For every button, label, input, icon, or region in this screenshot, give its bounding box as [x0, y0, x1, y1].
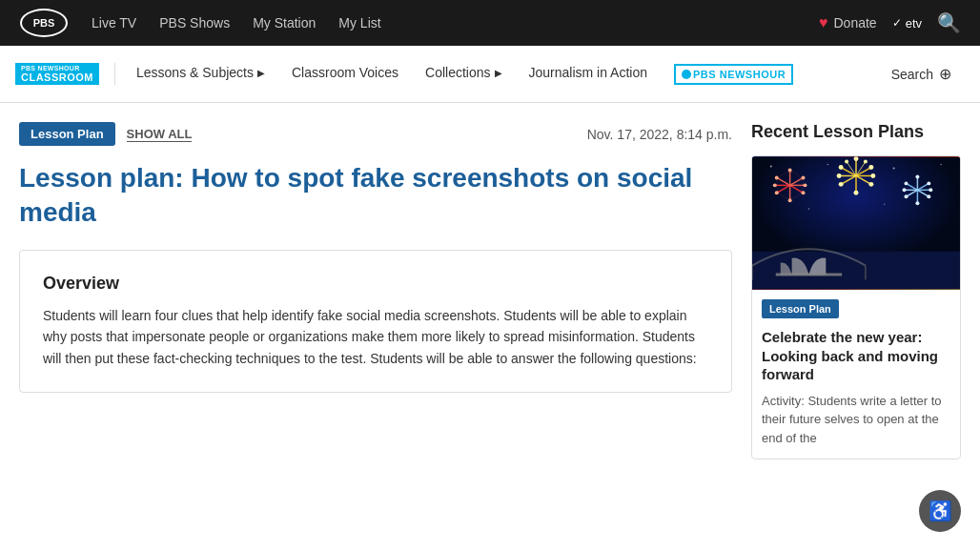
logo-line2: CLASSROOM	[21, 71, 93, 83]
svg-point-29	[854, 156, 859, 161]
top-navigation: PBS Live TV PBS Shows My Station My List…	[0, 0, 980, 46]
etv-logo[interactable]: ✓ etv	[892, 16, 922, 31]
my-station-link[interactable]: My Station	[253, 15, 316, 31]
svg-point-47	[915, 174, 919, 178]
svg-point-12	[802, 175, 806, 179]
svg-point-52	[905, 194, 909, 198]
journalism-in-action-label: Journalism in Action	[529, 65, 648, 80]
etv-checkmark-icon: ✓	[892, 16, 902, 30]
svg-point-15	[775, 191, 779, 194]
svg-rect-57	[776, 274, 842, 276]
article-title: Lesson plan: How to spot fake screenshot…	[19, 161, 732, 231]
pbs-shows-link[interactable]: PBS Shows	[159, 15, 230, 31]
newshour-badge-label: PBS NEWSHOUR	[693, 69, 786, 80]
svg-point-58	[770, 166, 772, 168]
svg-point-37	[864, 160, 868, 164]
my-list-link[interactable]: My List	[338, 15, 380, 31]
overview-card: Overview Students will learn four clues …	[19, 250, 732, 393]
sidebar: Recent Lesson Plans	[751, 122, 961, 459]
svg-point-54	[905, 181, 909, 185]
svg-point-61	[940, 164, 942, 166]
main-content: Lesson Plan SHOW ALL Nov. 17, 2022, 8:14…	[0, 103, 980, 459]
logo-line1: PBS NEWSHOUR	[21, 65, 93, 71]
lessons-subjects-nav[interactable]: Lessons & Subjects ▶	[123, 46, 278, 103]
svg-point-36	[839, 165, 844, 170]
overview-title: Overview	[43, 274, 708, 294]
classroom-logo[interactable]: PBS NEWSHOUR CLASSROOM	[15, 63, 115, 85]
search-label: Search	[891, 67, 933, 82]
journalism-in-action-nav[interactable]: Journalism in Action	[516, 46, 662, 103]
search-nav[interactable]: Search ⊕	[878, 65, 965, 83]
lesson-plan-badge: Lesson Plan	[19, 122, 115, 146]
svg-point-50	[927, 194, 930, 198]
svg-point-62	[808, 208, 810, 210]
classroom-voices-label: Classroom Voices	[292, 65, 398, 80]
lessons-subjects-label: Lessons & Subjects	[136, 65, 254, 80]
svg-point-13	[802, 191, 806, 194]
svg-point-11	[788, 169, 792, 173]
svg-point-34	[839, 182, 844, 187]
svg-point-49	[929, 188, 932, 192]
article-header: Lesson Plan SHOW ALL Nov. 17, 2022, 8:14…	[19, 122, 732, 146]
etv-label: etv	[906, 16, 922, 31]
svg-point-63	[884, 203, 886, 205]
overview-text: Students will learn four clues that help…	[43, 305, 708, 369]
newshour-dot-icon	[682, 70, 691, 79]
svg-point-16	[775, 175, 779, 179]
pbs-logo[interactable]: PBS	[19, 8, 69, 38]
recent-card-description: Activity: Students write a letter to the…	[752, 392, 960, 459]
svg-point-30	[868, 165, 873, 170]
live-tv-link[interactable]: Live TV	[92, 15, 136, 31]
svg-point-48	[927, 181, 930, 185]
secondary-navigation: PBS NEWSHOUR CLASSROOM Lessons & Subject…	[0, 46, 980, 103]
search-circle-icon: ⊕	[939, 65, 951, 83]
collections-arrow-icon: ▶	[495, 68, 502, 78]
svg-point-38	[845, 160, 848, 164]
collections-label: Collections	[425, 65, 490, 80]
svg-point-53	[903, 188, 907, 192]
recent-card-badge: Lesson Plan	[762, 299, 839, 318]
svg-point-51	[915, 201, 919, 205]
article-content: Lesson Plan SHOW ALL Nov. 17, 2022, 8:14…	[19, 122, 732, 459]
svg-point-60	[893, 168, 895, 170]
pbs-logo-text: PBS	[33, 17, 55, 29]
donate-button[interactable]: ♥ Donate	[819, 14, 877, 31]
recent-card-title: Celebrate the new year: Looking back and…	[752, 328, 960, 392]
svg-point-59	[827, 164, 828, 166]
svg-point-17	[773, 183, 777, 187]
classroom-voices-nav[interactable]: Classroom Voices	[278, 46, 412, 103]
svg-point-14	[788, 198, 792, 202]
show-all-link[interactable]: SHOW ALL	[127, 127, 193, 142]
collections-nav[interactable]: Collections ▶	[412, 46, 515, 103]
recent-card[interactable]: Lesson Plan Celebrate the new year: Look…	[751, 155, 961, 459]
svg-point-35	[837, 173, 842, 178]
svg-point-33	[854, 191, 859, 195]
donate-label: Donate	[834, 15, 877, 31]
svg-point-18	[804, 183, 807, 187]
heart-icon: ♥	[819, 14, 828, 31]
svg-point-32	[868, 182, 873, 187]
svg-point-31	[870, 173, 875, 178]
article-date: Nov. 17, 2022, 8:14 p.m.	[587, 127, 732, 142]
top-search-icon[interactable]: 🔍	[937, 11, 961, 34]
recent-lesson-plans-title: Recent Lesson Plans	[751, 122, 961, 142]
recent-card-image	[752, 156, 960, 290]
newshour-badge[interactable]: PBS NEWSHOUR	[661, 64, 806, 85]
lessons-subjects-arrow-icon: ▶	[257, 68, 265, 78]
